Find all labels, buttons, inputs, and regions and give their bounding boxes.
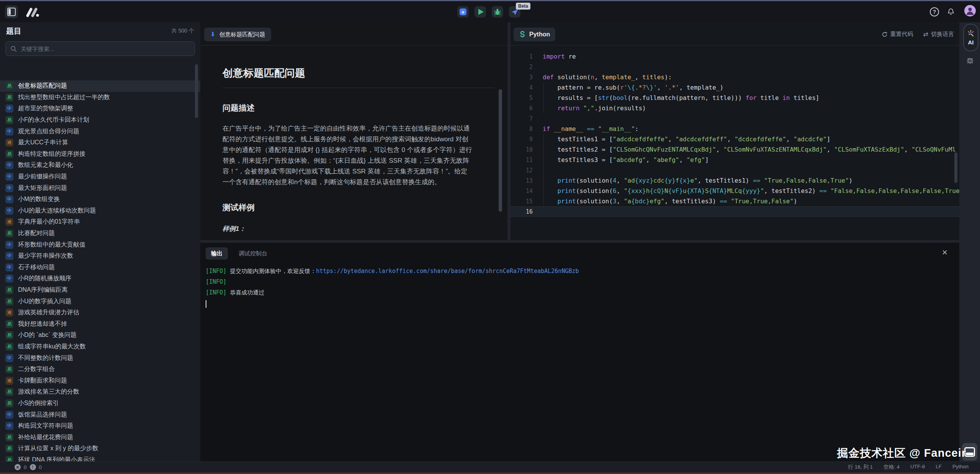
code-line[interactable]: 10 testTitles2 = ["CLSomGhcQNvFuzENTAMLC… bbox=[510, 144, 959, 155]
editor-scrollbar[interactable] bbox=[954, 152, 957, 183]
problem-item-label: 找出整型数组中占比超过一半的数 bbox=[18, 93, 110, 101]
problem-item[interactable]: 易小S的倒排索引 bbox=[0, 398, 200, 409]
add-icon: + bbox=[460, 8, 466, 15]
problem-item[interactable]: 中小U的最大连续移动次数问题 bbox=[0, 205, 200, 217]
status-item[interactable]: UTF-8 bbox=[910, 464, 925, 471]
problem-item[interactable]: 难字典序最小的01字符串 bbox=[0, 216, 200, 228]
run-button[interactable] bbox=[474, 6, 486, 18]
status-item[interactable]: Python bbox=[952, 464, 969, 471]
problem-item[interactable]: 中小M的数组变换 bbox=[0, 194, 200, 205]
problem-item[interactable]: 易DNA序列编辑距离 bbox=[0, 284, 200, 296]
problem-item[interactable]: 中观光景点组合得分问题 bbox=[0, 126, 200, 137]
switch-language-button[interactable]: ⇄ 切换语言 bbox=[923, 31, 954, 38]
problem-item[interactable]: 易环状 DNA 序列的最小表示法 bbox=[0, 454, 200, 462]
code-line[interactable]: 14 print(solution(6, "{xxx}h{cQ}N{vF}u{X… bbox=[510, 186, 959, 196]
notifications-button[interactable] bbox=[945, 6, 957, 18]
problem-item[interactable]: 中最少前缀操作问题 bbox=[0, 171, 200, 183]
sidebar-toggle-button[interactable] bbox=[5, 5, 18, 18]
tab-output[interactable]: 输出 bbox=[206, 247, 228, 260]
indent-guide bbox=[543, 134, 544, 206]
problem-item[interactable]: 易构造特定数组的逆序拼接 bbox=[0, 149, 200, 160]
code-line[interactable]: 1import re bbox=[510, 51, 959, 62]
problem-item[interactable]: 易小U的数字插入问题 bbox=[0, 296, 200, 307]
bug-icon bbox=[494, 8, 501, 16]
code-line[interactable]: 15 print(solution(3, "a{bdc}efg", testTi… bbox=[510, 196, 959, 206]
problem-item[interactable]: 中超市里的货物架调整 bbox=[0, 103, 200, 114]
search-box[interactable] bbox=[5, 41, 195, 56]
code-area[interactable]: 1import re23def solution(n, template_, t… bbox=[510, 46, 959, 240]
language-tab[interactable]: Python bbox=[514, 28, 555, 41]
code-line[interactable]: 6 return ",".join(results) bbox=[510, 103, 959, 113]
problem-item[interactable]: 易游戏排名第三大的分数 bbox=[0, 386, 200, 398]
problem-item[interactable]: 易二分数字组合 bbox=[0, 364, 200, 375]
problem-item[interactable]: 难游戏英雄升级潜力评估 bbox=[0, 307, 200, 319]
problem-item[interactable]: 易补给站最优花费问题 bbox=[0, 432, 200, 443]
code-line[interactable]: 9 testTitles1 = ["adcdcefdfeffe", "adcdc… bbox=[510, 134, 959, 144]
problem-item[interactable]: 中石子移动问题 bbox=[0, 262, 200, 273]
problem-item[interactable]: 易找出整型数组中占比超过一半的数 bbox=[0, 92, 200, 103]
problem-item[interactable]: 中环形数组中的最大贡献值 bbox=[0, 239, 200, 250]
problem-item[interactable]: 易创意标题匹配问题 bbox=[0, 80, 200, 92]
difficulty-badge: 中 bbox=[5, 127, 13, 136]
line-number: 7 bbox=[510, 115, 533, 122]
problem-item[interactable]: 中饭馆菜品选择问题 bbox=[0, 409, 200, 420]
reset-code-button[interactable]: 重置代码 bbox=[882, 31, 913, 38]
problem-item[interactable]: 中不同整数的计数问题 bbox=[0, 352, 200, 364]
problem-item[interactable]: 易我好想逃却逃不掉 bbox=[0, 318, 200, 330]
problem-item[interactable]: 易计算从位置 x 到 y 的最少步数 bbox=[0, 443, 200, 454]
code-line[interactable]: 2 bbox=[510, 62, 959, 72]
difficulty-badge: 难 bbox=[5, 309, 13, 317]
problem-item[interactable]: 中小R的随机播放顺序 bbox=[0, 273, 200, 284]
code-line[interactable]: 16 bbox=[510, 206, 959, 217]
problem-item[interactable]: 中最少字符串操作次数 bbox=[0, 250, 200, 262]
help-button[interactable]: ? bbox=[929, 6, 940, 18]
console-link[interactable]: https://bytedance.larkoffice.com/share/b… bbox=[316, 268, 579, 275]
problem-item[interactable]: 难卡牌翻面求和问题 bbox=[0, 375, 200, 386]
tab-debug-console[interactable]: 调试控制台 bbox=[239, 250, 267, 257]
code-line[interactable]: 11 testTitles3 = ["abcdefg", "abefg", "e… bbox=[510, 155, 959, 165]
problem-item[interactable]: 中构造回文字符串问题 bbox=[0, 420, 200, 432]
problem-item-label: 小R的随机播放顺序 bbox=[18, 275, 72, 283]
code-line[interactable]: 7 bbox=[510, 113, 959, 124]
problem-item-label: 小F的永久代币卡回本计划 bbox=[18, 116, 89, 124]
problem-item[interactable]: 易组成字符串ku的最大次数 bbox=[0, 341, 200, 353]
code-line[interactable]: 8if __name__ == "__main__": bbox=[510, 124, 959, 134]
new-file-button[interactable]: + bbox=[457, 6, 469, 18]
user-avatar[interactable] bbox=[964, 5, 976, 16]
problem-item-label: 计算从位置 x 到 y 的最少步数 bbox=[18, 445, 98, 453]
code-line[interactable]: 13 print(solution(4, "ad{xyz}cdc{y}f{x}e… bbox=[510, 175, 959, 186]
difficulty-badge: 中 bbox=[5, 422, 13, 430]
code-line[interactable]: 3def solution(n, template_, titles): bbox=[510, 72, 959, 82]
problem-item[interactable]: 易小F的永久代币卡回本计划 bbox=[0, 114, 200, 126]
line-number: 13 bbox=[510, 177, 533, 184]
line-number: 16 bbox=[510, 208, 533, 215]
code-line[interactable]: 5 results = [str(bool(re.fullmatch(patte… bbox=[510, 93, 959, 103]
code-line[interactable]: 4 pattern = re.sub(r'\{.*?\}', '.*', tem… bbox=[510, 82, 959, 93]
search-input[interactable] bbox=[20, 45, 190, 52]
editor-actions: 重置代码 ⇄ 切换语言 bbox=[882, 31, 954, 38]
difficulty-badge: 易 bbox=[5, 297, 13, 306]
problem-item[interactable]: 易小D的 `abc` 变换问题 bbox=[0, 330, 200, 341]
problem-item[interactable]: 中数组元素之和最小化 bbox=[0, 160, 200, 171]
code-line[interactable]: 12 bbox=[510, 165, 959, 175]
debug-button[interactable] bbox=[492, 6, 503, 18]
problem-item[interactable]: 中最大矩形面积问题 bbox=[0, 182, 200, 194]
problem-item[interactable]: 易比赛配对问题 bbox=[0, 228, 200, 239]
debug-outline-icon[interactable] bbox=[966, 56, 974, 64]
problems-summary[interactable]: ✕ 0 ! 0 bbox=[0, 464, 42, 470]
problem-scrollbar[interactable] bbox=[499, 89, 502, 212]
console-close-icon[interactable]: ✕ bbox=[942, 248, 948, 257]
log-text: 提交功能内测体验中，欢迎反馈： bbox=[226, 268, 316, 275]
code-text: testTitles1 = ["adcdcefdfeffe", "adcdcef… bbox=[533, 136, 830, 143]
code-text: return ",".join(results) bbox=[533, 105, 646, 112]
problem-item[interactable]: 难最大UCC子串计算 bbox=[0, 137, 200, 149]
difficulty-badge: 易 bbox=[5, 229, 13, 237]
problem-tab[interactable]: ⬇ 创意标题匹配问题 bbox=[204, 28, 271, 41]
status-item[interactable]: LF bbox=[936, 464, 942, 471]
play-icon bbox=[478, 9, 484, 15]
sidebar-scrollbar[interactable] bbox=[195, 64, 198, 118]
ai-assistant-button[interactable]: AI bbox=[963, 24, 978, 51]
status-item[interactable]: 行 16, 列 1 bbox=[848, 464, 873, 471]
arrow-down-icon: ⬇ bbox=[210, 31, 215, 38]
status-item[interactable]: 空格: 4 bbox=[883, 464, 900, 471]
